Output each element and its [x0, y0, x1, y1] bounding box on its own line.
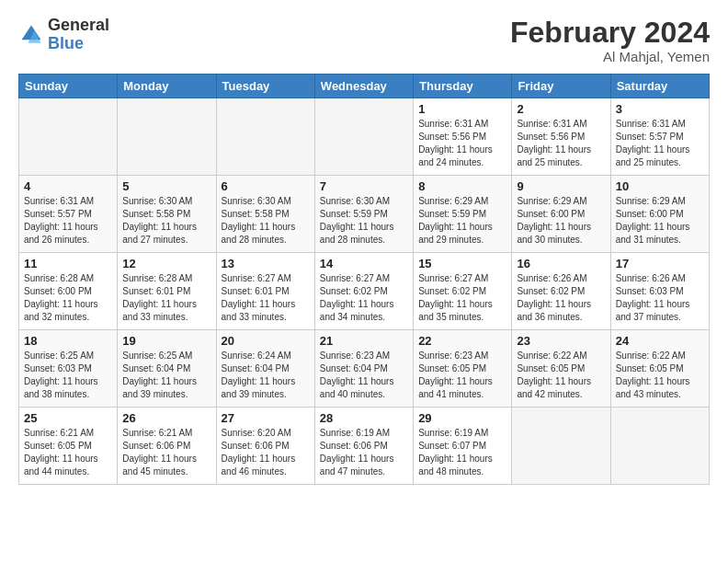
day-info: Sunrise: 6:27 AMSunset: 6:01 PMDaylight:… [222, 272, 310, 324]
day-number: 13 [222, 257, 310, 270]
day-number: 29 [418, 411, 506, 425]
calendar-cell: 26Sunrise: 6:21 AMSunset: 6:06 PMDayligh… [118, 408, 216, 485]
day-info: Sunrise: 6:23 AMSunset: 6:04 PMDaylight:… [320, 350, 408, 401]
day-number: 22 [418, 334, 506, 348]
day-number: 12 [122, 257, 210, 270]
day-number: 16 [517, 257, 605, 270]
logo-text: General Blue [48, 17, 109, 53]
calendar-week-row: 4Sunrise: 6:31 AMSunset: 5:57 PMDaylight… [19, 176, 710, 253]
calendar-cell: 9Sunrise: 6:29 AMSunset: 6:00 PMDaylight… [512, 176, 610, 253]
calendar-cell: 14Sunrise: 6:27 AMSunset: 6:02 PMDayligh… [314, 253, 413, 330]
calendar-cell [118, 98, 216, 176]
logo-icon [18, 22, 44, 48]
calendar-cell: 10Sunrise: 6:29 AMSunset: 6:00 PMDayligh… [610, 176, 709, 253]
month-title: February 2024 [510, 17, 710, 49]
day-info: Sunrise: 6:23 AMSunset: 6:05 PMDaylight:… [418, 350, 506, 401]
day-info: Sunrise: 6:29 AMSunset: 5:59 PMDaylight:… [418, 195, 506, 247]
calendar-cell: 2Sunrise: 6:31 AMSunset: 5:56 PMDaylight… [512, 98, 610, 176]
day-info: Sunrise: 6:26 AMSunset: 6:02 PMDaylight:… [517, 272, 605, 324]
day-number: 10 [616, 179, 704, 193]
location-title: Al Mahjal, Yemen [510, 49, 710, 64]
day-number: 21 [320, 334, 408, 348]
calendar-cell: 1Sunrise: 6:31 AMSunset: 5:56 PMDaylight… [414, 98, 512, 176]
day-number: 26 [122, 411, 210, 425]
weekday-header-row: SundayMondayTuesdayWednesdayThursdayFrid… [19, 75, 710, 98]
day-info: Sunrise: 6:27 AMSunset: 6:02 PMDaylight:… [320, 272, 408, 324]
day-number: 6 [222, 179, 310, 193]
calendar-cell: 20Sunrise: 6:24 AMSunset: 6:04 PMDayligh… [216, 330, 314, 408]
calendar-week-row: 1Sunrise: 6:31 AMSunset: 5:56 PMDaylight… [19, 98, 710, 176]
calendar-cell: 21Sunrise: 6:23 AMSunset: 6:04 PMDayligh… [314, 330, 413, 408]
day-info: Sunrise: 6:30 AMSunset: 5:59 PMDaylight:… [320, 195, 408, 247]
calendar-cell: 16Sunrise: 6:26 AMSunset: 6:02 PMDayligh… [512, 253, 610, 330]
logo: General Blue [18, 17, 109, 53]
day-info: Sunrise: 6:26 AMSunset: 6:03 PMDaylight:… [616, 272, 704, 324]
day-info: Sunrise: 6:30 AMSunset: 5:58 PMDaylight:… [222, 195, 310, 247]
calendar-week-row: 25Sunrise: 6:21 AMSunset: 6:05 PMDayligh… [19, 408, 710, 485]
calendar-cell: 27Sunrise: 6:20 AMSunset: 6:06 PMDayligh… [216, 408, 314, 485]
calendar-cell: 28Sunrise: 6:19 AMSunset: 6:06 PMDayligh… [314, 408, 413, 485]
weekday-header: Sunday [19, 75, 118, 98]
calendar-header: SundayMondayTuesdayWednesdayThursdayFrid… [19, 75, 710, 98]
day-info: Sunrise: 6:31 AMSunset: 5:57 PMDaylight:… [24, 195, 112, 247]
day-info: Sunrise: 6:29 AMSunset: 6:00 PMDaylight:… [616, 195, 704, 247]
day-number: 3 [616, 102, 704, 116]
weekday-header: Wednesday [314, 75, 413, 98]
calendar-cell: 13Sunrise: 6:27 AMSunset: 6:01 PMDayligh… [216, 253, 314, 330]
calendar-cell: 29Sunrise: 6:19 AMSunset: 6:07 PMDayligh… [414, 408, 512, 485]
day-number: 15 [418, 257, 506, 270]
day-number: 24 [616, 334, 704, 348]
calendar-cell: 8Sunrise: 6:29 AMSunset: 5:59 PMDaylight… [414, 176, 512, 253]
title-block: February 2024 Al Mahjal, Yemen [510, 17, 710, 64]
day-info: Sunrise: 6:28 AMSunset: 6:01 PMDaylight:… [122, 272, 210, 324]
day-info: Sunrise: 6:22 AMSunset: 6:05 PMDaylight:… [616, 350, 704, 401]
day-info: Sunrise: 6:19 AMSunset: 6:06 PMDaylight:… [320, 427, 408, 478]
weekday-header: Friday [512, 75, 610, 98]
calendar-week-row: 18Sunrise: 6:25 AMSunset: 6:03 PMDayligh… [19, 330, 710, 408]
calendar-cell: 7Sunrise: 6:30 AMSunset: 5:59 PMDaylight… [314, 176, 413, 253]
page: General Blue February 2024 Al Mahjal, Ye… [0, 0, 728, 494]
day-info: Sunrise: 6:29 AMSunset: 6:00 PMDaylight:… [517, 195, 605, 247]
day-info: Sunrise: 6:27 AMSunset: 6:02 PMDaylight:… [418, 272, 506, 324]
calendar-cell [19, 98, 118, 176]
calendar-cell: 12Sunrise: 6:28 AMSunset: 6:01 PMDayligh… [118, 253, 216, 330]
day-number: 20 [222, 334, 310, 348]
day-info: Sunrise: 6:31 AMSunset: 5:56 PMDaylight:… [517, 118, 605, 169]
day-info: Sunrise: 6:21 AMSunset: 6:06 PMDaylight:… [122, 427, 210, 478]
day-info: Sunrise: 6:24 AMSunset: 6:04 PMDaylight:… [222, 350, 310, 401]
logo-blue: Blue [48, 34, 84, 52]
day-number: 7 [320, 179, 408, 193]
weekday-header: Thursday [414, 75, 512, 98]
calendar-cell: 22Sunrise: 6:23 AMSunset: 6:05 PMDayligh… [414, 330, 512, 408]
day-info: Sunrise: 6:25 AMSunset: 6:03 PMDaylight:… [24, 350, 112, 401]
day-info: Sunrise: 6:31 AMSunset: 5:56 PMDaylight:… [418, 118, 506, 169]
day-number: 11 [24, 257, 112, 270]
day-number: 19 [122, 334, 210, 348]
calendar-cell: 5Sunrise: 6:30 AMSunset: 5:58 PMDaylight… [118, 176, 216, 253]
day-info: Sunrise: 6:25 AMSunset: 6:04 PMDaylight:… [122, 350, 210, 401]
day-info: Sunrise: 6:31 AMSunset: 5:57 PMDaylight:… [616, 118, 704, 169]
day-number: 2 [517, 102, 605, 116]
calendar-cell [610, 408, 709, 485]
calendar-cell: 6Sunrise: 6:30 AMSunset: 5:58 PMDaylight… [216, 176, 314, 253]
calendar-cell: 15Sunrise: 6:27 AMSunset: 6:02 PMDayligh… [414, 253, 512, 330]
calendar-cell [216, 98, 314, 176]
day-number: 14 [320, 257, 408, 270]
calendar-cell: 4Sunrise: 6:31 AMSunset: 5:57 PMDaylight… [19, 176, 118, 253]
day-number: 17 [616, 257, 704, 270]
calendar-cell: 19Sunrise: 6:25 AMSunset: 6:04 PMDayligh… [118, 330, 216, 408]
calendar-cell: 11Sunrise: 6:28 AMSunset: 6:00 PMDayligh… [19, 253, 118, 330]
day-number: 23 [517, 334, 605, 348]
calendar-week-row: 11Sunrise: 6:28 AMSunset: 6:00 PMDayligh… [19, 253, 710, 330]
logo-inner: General Blue [18, 17, 109, 53]
calendar-cell: 3Sunrise: 6:31 AMSunset: 5:57 PMDaylight… [610, 98, 709, 176]
calendar-cell: 17Sunrise: 6:26 AMSunset: 6:03 PMDayligh… [610, 253, 709, 330]
header: General Blue February 2024 Al Mahjal, Ye… [18, 17, 710, 64]
weekday-header: Monday [118, 75, 216, 98]
weekday-header: Tuesday [216, 75, 314, 98]
calendar-body: 1Sunrise: 6:31 AMSunset: 5:56 PMDaylight… [19, 98, 710, 485]
day-number: 25 [24, 411, 112, 425]
calendar-cell [314, 98, 413, 176]
calendar-cell [512, 408, 610, 485]
day-number: 9 [517, 179, 605, 193]
